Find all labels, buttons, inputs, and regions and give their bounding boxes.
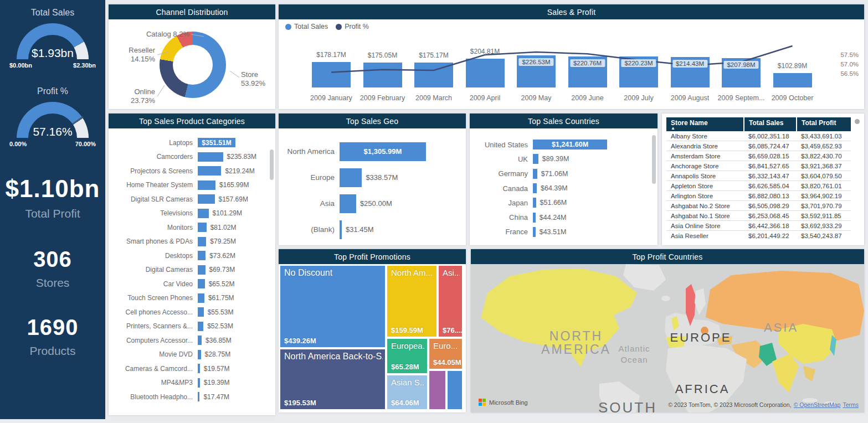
- bar[interactable]: [340, 168, 362, 187]
- bar[interactable]: [198, 350, 201, 359]
- bar-row[interactable]: Televisions$101.29M: [112, 207, 268, 221]
- bar-row[interactable]: France$43.51M: [473, 225, 649, 239]
- panel-options-dot[interactable]: [855, 119, 860, 124]
- bar[interactable]: [198, 265, 206, 275]
- bar[interactable]: $1,305.99M: [340, 142, 426, 161]
- table-row[interactable]: Asia Reseller$6,201,449.22$3,540,243.87: [666, 231, 851, 241]
- bar-row[interactable]: Asia$250.00M: [282, 190, 459, 216]
- bar[interactable]: $351.51M: [198, 138, 235, 147]
- treemap-block[interactable]: Europea...$65.28M: [387, 339, 427, 373]
- bar-row[interactable]: Cell phones Accesso...$55.53M: [112, 305, 268, 319]
- table-row[interactable]: Ashgabat No.1 Store$6,253,068.45$3,592,9…: [666, 211, 851, 221]
- bar[interactable]: [198, 251, 206, 260]
- bar[interactable]: [340, 194, 356, 213]
- bar-row[interactable]: Digital Cameras$69.73M: [112, 263, 268, 277]
- column-header-store-name[interactable]: Store Name▲: [666, 117, 744, 131]
- bar-row[interactable]: Cameras & Camcord...$19.57M: [112, 362, 268, 376]
- bar[interactable]: [198, 293, 204, 303]
- total-sales-bar[interactable]: [414, 63, 453, 87]
- table-row[interactable]: Amsterdam Store$6,659,028.15$3,822,430.7…: [666, 151, 851, 161]
- column-header-total-profit[interactable]: Total Profit: [797, 117, 851, 131]
- donut-chart[interactable]: Catalog 8.2% Reseller 14.15% Online 23.7…: [109, 19, 275, 109]
- table-row[interactable]: Arlington Store$6,882,080.13$3,964,902.1…: [666, 191, 851, 201]
- total-sales-bar[interactable]: [312, 62, 351, 87]
- world-map[interactable]: NORTH AMERICA EUROPE ASIA AFRICA SOUTH A…: [471, 264, 864, 412]
- table-row[interactable]: Asia Online Store$6,442,366.18$3,692,933…: [666, 221, 851, 231]
- bar-row[interactable]: China$44.24M: [473, 210, 649, 224]
- bar[interactable]: [198, 180, 215, 190]
- store-table[interactable]: Store Name▲ Total Sales Total Profit Alb…: [666, 117, 851, 240]
- bar[interactable]: [198, 364, 200, 373]
- treemap-block[interactable]: Euro...$44.05M: [429, 339, 462, 369]
- bar[interactable]: [198, 209, 209, 218]
- treemap-block[interactable]: [448, 371, 462, 409]
- treemap-block[interactable]: Asi...$76....: [439, 266, 462, 337]
- treemap-block[interactable]: North America Back-to-S...$195.53M: [280, 349, 385, 409]
- bar[interactable]: [198, 223, 207, 232]
- table-row[interactable]: Anchorage Store$6,841,527.65$3,921,368.3…: [666, 161, 851, 171]
- table-row[interactable]: Annapolis Store$6,332,143.47$3,604,079.5…: [666, 171, 851, 181]
- bar[interactable]: [198, 166, 221, 176]
- promotions-treemap[interactable]: No Discount$439.26MNorth America Back-to…: [279, 264, 466, 412]
- total-sales-bar[interactable]: [773, 73, 812, 87]
- table-row[interactable]: Ashgabat No.2 Store$6,505,098.29$3,701,9…: [666, 201, 851, 211]
- bar[interactable]: [198, 152, 223, 162]
- bar[interactable]: [340, 220, 342, 239]
- total-sales-gauge[interactable]: Total Sales $1.93bn $0.00bn $2.30bn: [0, 8, 105, 69]
- products-kpi[interactable]: 1690 Products: [0, 315, 105, 358]
- treemap-block[interactable]: No Discount$439.26M: [280, 266, 385, 347]
- bar-row[interactable]: Touch Screen Phones$61.75M: [112, 291, 268, 306]
- bar-row[interactable]: Home Theater System$165.99M: [112, 178, 268, 193]
- geo-bar-chart[interactable]: North America$1,305.99MEurope$338.57MAsi…: [279, 128, 466, 245]
- bar[interactable]: [533, 154, 538, 164]
- bar[interactable]: [198, 322, 203, 331]
- map-iceland[interactable]: [661, 296, 670, 301]
- scrollbar[interactable]: [652, 135, 656, 184]
- map-canvas[interactable]: NORTH AMERICA EUROPE ASIA AFRICA SOUTH A…: [471, 264, 864, 412]
- bar-row[interactable]: Computers Accessor...$36.85M: [112, 333, 268, 348]
- bar-row[interactable]: Smart phones & PDAs$79.25M: [112, 235, 268, 249]
- bar-row[interactable]: Japan$51.66M: [473, 195, 649, 210]
- bar-row[interactable]: UK$89.39M: [473, 152, 649, 166]
- bar-row[interactable]: Canada$64.39M: [473, 181, 649, 195]
- countries-bar-chart[interactable]: United States$1,241.60MUK$89.39MGermany$…: [470, 128, 658, 245]
- bar[interactable]: $1,241.60M: [533, 140, 607, 149]
- bar[interactable]: [198, 336, 202, 345]
- bar-row[interactable]: Monitors$81.02M: [112, 220, 268, 235]
- bar-row[interactable]: Digital SLR Cameras$157.69M: [112, 192, 268, 207]
- bar-row[interactable]: Car Video$65.52M: [112, 277, 268, 291]
- combo-chart[interactable]: Total Sales Profit % $178.17M2009 Januar…: [279, 19, 864, 109]
- treemap-block[interactable]: Asian S...$64.06M: [387, 375, 427, 409]
- bar-row[interactable]: Desktops$73.62M: [112, 249, 268, 263]
- total-sales-bar[interactable]: [466, 59, 505, 87]
- bar-row[interactable]: Europe$338.57M: [282, 164, 459, 190]
- scrollbar[interactable]: [270, 149, 274, 180]
- bar[interactable]: [198, 279, 205, 288]
- bar[interactable]: [533, 213, 536, 223]
- bar[interactable]: [533, 227, 536, 237]
- bar[interactable]: [198, 237, 206, 246]
- bar-row[interactable]: (Blank)$31.45M: [282, 216, 459, 243]
- openstreetmap-link[interactable]: © OpenStreetMap: [794, 401, 841, 408]
- table-row[interactable]: Appleton Store$6,626,585.04$3,820,761.01: [666, 181, 851, 191]
- bar-row[interactable]: Projectors & Screens$219.24M: [112, 164, 268, 178]
- bar[interactable]: [533, 169, 537, 179]
- bar-row[interactable]: Camcorders$235.83M: [112, 150, 268, 164]
- bar[interactable]: [198, 194, 215, 204]
- bar-row[interactable]: United States$1,241.60M: [473, 137, 649, 152]
- treemap-block[interactable]: [429, 371, 445, 409]
- bar-row[interactable]: Printers, Scanners &...$52.53M: [112, 319, 268, 334]
- bar[interactable]: [198, 392, 199, 401]
- column-header-total-sales[interactable]: Total Sales: [744, 117, 797, 131]
- total-sales-bar[interactable]: [363, 63, 402, 87]
- bar[interactable]: [198, 378, 200, 388]
- bar-row[interactable]: Laptops$351.51M: [112, 136, 268, 150]
- bar-row[interactable]: Movie DVD$28.75M: [112, 348, 268, 362]
- table-row[interactable]: Albany Store$6,002,351.18$3,433,691.03: [666, 131, 851, 141]
- total-profit-kpi[interactable]: $1.10bn Total Profit: [0, 175, 105, 220]
- bar-row[interactable]: MP4&MP3$19.39M: [112, 376, 268, 390]
- terms-link[interactable]: Terms: [843, 401, 859, 408]
- product-categories-bar-chart[interactable]: Laptops$351.51MCamcorders$235.83MProject…: [109, 128, 275, 415]
- treemap-block[interactable]: North Am...$159.59M: [387, 266, 436, 337]
- bar[interactable]: [533, 198, 536, 208]
